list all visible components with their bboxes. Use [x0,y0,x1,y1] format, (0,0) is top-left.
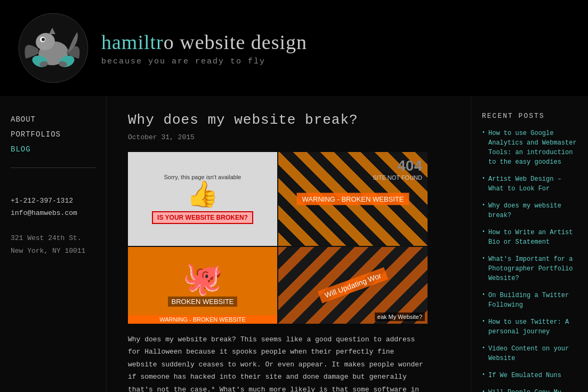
recent-post-item[interactable]: •Will People Copy My [482,388,577,392]
contact-address2: New York, NY 10011 [11,245,95,257]
recent-post-item[interactable]: •How to Write an Artist Bio or Statement [482,228,577,247]
sidebar-item-about[interactable]: ABOUT [11,112,95,127]
site-tagline: because you are ready to fly [101,57,307,66]
bullet-icon: • [482,229,485,235]
bullet-icon: • [482,372,485,378]
recent-post-link-5[interactable]: On Building a Twitter Following [488,291,577,310]
sidebar: ABOUT PORTFOLIOS BLOG +1-212-397-1312 in… [0,96,107,392]
brand-name: hamiltr [101,31,164,53]
image-cell-topleft: Sorry, this page isn't available 👍 IS YO… [128,152,277,246]
recent-post-link-8[interactable]: If We Emulated Nuns [488,371,561,380]
post-title: Why does my website break? [128,112,449,128]
image-cell-topright: 404 SITE NOT FOUND WARNING - BROKEN WEBS… [278,152,428,246]
recent-post-item[interactable]: •What's Important for a Photographer Por… [482,254,577,283]
main-content: Why does my website break? October 31, 2… [107,96,471,392]
recent-post-link-0[interactable]: How to use Google Analytics and Webmaste… [488,129,577,167]
recent-post-link-7[interactable]: Video Content on your Website [488,344,577,363]
404-label: 404 SITE NOT FOUND [373,157,422,181]
site-title: hamiltro website design [101,30,307,54]
recent-post-item[interactable]: •Video Content on your Website [482,344,577,363]
header-text: hamiltro website design because you are … [101,30,307,66]
sidebar-contact: +1-212-397-1312 info@hamwebs.com 321 Wes… [11,195,95,257]
recent-post-link-1[interactable]: Artist Web Design – What to Look For [488,174,577,194]
bullet-icon: • [482,318,485,324]
bullet-icon: • [482,175,485,181]
recent-posts-heading: RECENT POSTS [482,112,577,120]
title-rest: o website design [164,31,307,53]
site-logo[interactable] [16,11,91,85]
image-cell-bottomleft: 🐙 BROKEN WEBSITE WARNING - BROKEN WEBSIT… [128,247,277,324]
sidebar-nav: ABOUT PORTFOLIOS BLOG [11,112,95,157]
bullet-icon: • [482,255,485,261]
bullet-icon: • [482,292,485,298]
monster-icon: 🐙 [183,265,223,297]
break-text: eak My Website? [375,313,425,321]
warning-overlay: WARNING - BROKEN WEBSITE [297,193,409,205]
sidebar-item-blog[interactable]: BLOG [11,142,95,157]
recent-post-link-6[interactable]: How to use Twitter: A personal journey [488,317,577,337]
contact-address1: 321 West 24th St. [11,232,95,244]
facebook-icon: 👍 [187,183,219,209]
recent-post-link-9[interactable]: Will People Copy My [488,388,561,392]
recent-post-link-3[interactable]: How to Write an Artist Bio or Statement [488,228,577,247]
post-date: October 31, 2015 [128,133,449,141]
bullet-icon: • [482,130,485,135]
contact-phone: +1-212-397-1312 [11,195,95,207]
recent-post-link-4[interactable]: What's Important for a Photographer Port… [488,254,577,283]
404-number: 404 [373,157,422,174]
post-image: Sorry, this page isn't available 👍 IS YO… [128,152,426,323]
bottom-warning: WARNING - BROKEN WEBSITE [128,315,277,324]
recent-post-link-2[interactable]: Why does my website break? [488,201,577,220]
recent-post-item[interactable]: •If We Emulated Nuns [482,371,577,380]
recent-post-item[interactable]: •How to use Google Analytics and Webmast… [482,129,577,167]
bullet-icon: • [482,345,485,351]
recent-post-item[interactable]: •Why does my website break? [482,201,577,220]
recent-post-item[interactable]: •How to use Twitter: A personal journey [482,317,577,337]
website-text: BROKEN WEBSITE [168,297,237,307]
contact-email: info@hamwebs.com [11,207,95,219]
svg-point-6 [42,38,45,41]
sidebar-divider [11,167,95,168]
right-sidebar: RECENT POSTS •How to use Google Analytic… [471,96,588,392]
recent-post-item[interactable]: •On Building a Twitter Following [482,291,577,310]
sidebar-item-portfolios[interactable]: PORTFOLIOS [11,127,95,142]
image-cell-bottomright: Will Updating Wor eak My Website? [278,247,428,324]
broken-text: IS YOUR WEBSITE BROKEN? [152,211,253,224]
bullet-icon: • [482,202,485,208]
layout: ABOUT PORTFOLIOS BLOG +1-212-397-1312 in… [0,96,588,392]
sorry-text: Sorry, this page isn't available [164,174,241,180]
header: hamiltro website design because you are … [0,0,588,96]
bullet-icon: • [482,389,485,392]
site-not-found: SITE NOT FOUND [373,174,422,181]
recent-posts-list: •How to use Google Analytics and Webmast… [482,129,577,392]
recent-post-item[interactable]: •Artist Web Design – What to Look For [482,174,577,194]
post-body: Why does my website break? This seems li… [128,333,426,392]
